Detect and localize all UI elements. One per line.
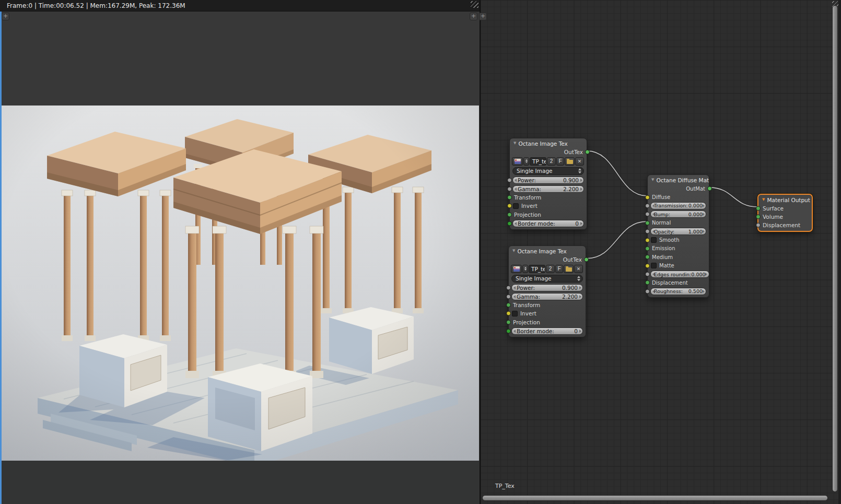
node-header[interactable]: ▼ Octane Diffuse Mat <box>650 175 707 184</box>
image-editor-empty-top <box>0 11 480 106</box>
border-mode-slider[interactable]: Border mode: 0 <box>511 327 583 335</box>
image-editor-empty-bottom <box>0 461 480 504</box>
diffuse-socket[interactable] <box>645 195 650 200</box>
node-material-output[interactable]: ▼ Material Output Surface Volume Displac… <box>757 194 813 232</box>
medium-socket[interactable] <box>645 255 650 260</box>
gamma-socket[interactable] <box>507 186 512 191</box>
edges-rounding-socket[interactable] <box>645 272 650 277</box>
surface-socket[interactable] <box>756 206 761 211</box>
collapse-icon[interactable]: ▼ <box>513 142 516 145</box>
border-mode-socket[interactable] <box>507 221 512 226</box>
gamma-slider[interactable]: Gamma: 2.200 <box>511 293 583 300</box>
gamma-slider[interactable]: Gamma: 2.200 <box>512 185 584 193</box>
matte-checkbox[interactable] <box>651 263 657 268</box>
image-source-row: Single Image <box>512 166 585 175</box>
opacity-socket[interactable] <box>645 229 650 234</box>
unlink-image-button[interactable]: ✕ <box>575 157 584 166</box>
horizontal-scrollbar[interactable] <box>482 495 828 501</box>
collapse-icon[interactable]: ▼ <box>512 249 515 253</box>
power-socket[interactable] <box>507 178 512 182</box>
invert-checkbox[interactable] <box>512 311 518 317</box>
roughness-slider[interactable]: Roughness: 0.500 <box>650 288 706 295</box>
image-name-field[interactable]: TP_tex.pn <box>530 157 546 166</box>
outmat-socket[interactable] <box>707 186 712 191</box>
image-selector-row: TP_tex_N 2 F ✕ <box>511 264 583 274</box>
node-title: Material Output <box>767 197 810 203</box>
unlink-icon: ✕ <box>577 266 581 272</box>
volume-socket[interactable] <box>756 215 761 219</box>
outtex-socket[interactable] <box>584 257 589 262</box>
invert-socket[interactable] <box>506 311 511 316</box>
node-header[interactable]: ▼ Octane Image Tex <box>512 139 585 148</box>
unlink-image-button[interactable]: ✕ <box>574 265 583 273</box>
image-datablock-button[interactable] <box>512 157 523 166</box>
browse-image-button[interactable] <box>522 265 528 273</box>
outtex-socket[interactable] <box>585 150 590 155</box>
transform-socket[interactable] <box>506 303 511 308</box>
normal-row: Normal <box>650 219 707 227</box>
image-source-select[interactable]: Single Image <box>511 275 583 283</box>
unlink-icon: ✕ <box>578 159 582 164</box>
invert-socket[interactable] <box>507 204 512 208</box>
power-socket[interactable] <box>506 285 511 290</box>
collapse-icon[interactable]: ▼ <box>762 198 765 202</box>
border-mode-socket[interactable] <box>506 329 511 333</box>
emission-socket[interactable] <box>645 246 650 251</box>
smooth-socket[interactable] <box>645 238 650 242</box>
roughness-row: Roughness: 0.500 <box>650 287 707 296</box>
smooth-checkbox[interactable] <box>651 237 657 243</box>
image-name-field[interactable]: TP_tex_N <box>529 265 545 273</box>
open-image-button[interactable] <box>564 265 574 273</box>
power-slider[interactable]: Power: 0.900 <box>512 177 584 184</box>
projection-socket[interactable] <box>506 320 511 324</box>
power-row: Power: 0.900 <box>512 175 585 184</box>
bump-socket[interactable] <box>645 212 650 217</box>
image-source-select[interactable]: Single Image <box>512 167 584 175</box>
node-header[interactable]: ▼ Material Output <box>761 195 810 204</box>
browse-image-button[interactable] <box>523 157 529 166</box>
node-title: Octane Image Tex <box>518 140 567 147</box>
collapse-icon[interactable]: ▼ <box>651 178 654 182</box>
projection-socket[interactable] <box>507 212 512 217</box>
bump-slider[interactable]: Bump: 0.000 <box>650 210 706 218</box>
node-octane-diffuse-mat[interactable]: ▼ Octane Diffuse Mat OutMat Diffuse Tran… <box>647 174 709 298</box>
displacement-socket[interactable] <box>645 280 650 285</box>
matte-socket[interactable] <box>645 263 650 268</box>
users-count-button[interactable]: 2 <box>547 157 556 166</box>
opacity-slider[interactable]: Opacity: 1.000 <box>650 228 706 235</box>
node-octane-image-tex-2[interactable]: ▼ Octane Image Tex OutTex TP_tex_N 2 F ✕… <box>508 245 586 337</box>
transform-socket[interactable] <box>507 195 512 200</box>
area-corner-grip[interactable] <box>471 1 478 8</box>
roughness-socket[interactable] <box>645 289 650 294</box>
power-slider[interactable]: Power: 0.900 <box>511 284 583 291</box>
node-octane-image-tex-1[interactable]: ▼ Octane Image Tex OutTex TP_tex.pn 2 F … <box>509 138 587 230</box>
diffuse-row: Diffuse <box>650 193 707 201</box>
rendered-scene <box>1 106 479 461</box>
expand-region-button-left[interactable]: + <box>2 13 9 20</box>
surface-row: Surface <box>761 204 810 213</box>
image-editor-panel: Frame:0 | Time:00:06.52 | Mem:167.29M, P… <box>0 0 480 504</box>
transmission-slider[interactable]: Transmission: 0.000 <box>650 202 706 209</box>
users-count-button[interactable]: 2 <box>546 265 555 273</box>
edges-rounding-slider[interactable]: Edges roundin: 0.000 <box>650 271 709 278</box>
expand-region-button-right[interactable]: + <box>470 13 477 20</box>
open-image-button[interactable] <box>565 157 575 166</box>
image-datablock-button[interactable] <box>511 265 522 273</box>
node-title: Octane Diffuse Mat <box>656 177 709 183</box>
expand-region-button-editor[interactable]: + <box>479 13 487 20</box>
node-header[interactable]: ▼ Octane Image Tex <box>511 247 583 255</box>
fake-user-button[interactable]: F <box>556 157 564 166</box>
outmat-row: OutMat <box>650 184 707 193</box>
gamma-socket[interactable] <box>506 294 511 299</box>
image-icon <box>515 159 521 164</box>
invert-checkbox[interactable] <box>513 203 519 209</box>
normal-socket[interactable] <box>645 220 650 225</box>
vertical-scrollbar[interactable] <box>832 5 838 492</box>
border-mode-slider[interactable]: Border mode: 0 <box>512 220 584 227</box>
border-mode-row: Border mode: 0 <box>512 219 585 228</box>
transmission-socket[interactable] <box>645 203 650 208</box>
matte-row: Matte <box>650 262 707 270</box>
bump-row: Bump: 0.000 <box>650 210 707 218</box>
fake-user-button[interactable]: F <box>555 265 563 273</box>
displacement-socket[interactable] <box>756 223 761 228</box>
